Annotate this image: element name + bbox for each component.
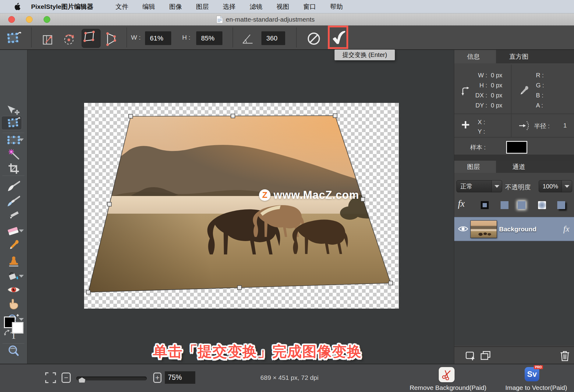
crop-tool-icon[interactable] <box>8 163 19 174</box>
layers-button-row <box>454 346 574 364</box>
opacity-dropdown-button[interactable] <box>562 180 572 192</box>
remove-background-icon[interactable] <box>439 367 455 382</box>
image-to-vector-icon[interactable]: Sv PRO <box>525 367 539 381</box>
brush-tool-icon[interactable] <box>7 196 20 207</box>
skew-tool-selected[interactable] <box>82 29 101 48</box>
info-y-label: Y : <box>478 128 485 135</box>
menu-view[interactable]: 视图 <box>276 2 289 11</box>
tab-info-label[interactable]: 信息 <box>467 52 480 61</box>
info-g-label: G : <box>536 82 544 89</box>
new-layer-icon[interactable] <box>465 351 475 361</box>
maximize-button[interactable] <box>44 16 50 23</box>
apple-logo-icon[interactable] <box>14 3 21 11</box>
pixelstyle-app: { "menu_bar": { "app_name": "PixelStyle图… <box>0 0 574 392</box>
distort-tool-icon[interactable] <box>105 31 117 47</box>
close-button[interactable] <box>8 16 15 23</box>
eraser-tool-icon[interactable] <box>7 226 20 236</box>
blend-mode-dropdown[interactable]: 正常 <box>456 180 502 192</box>
sample-label: 样本 : <box>470 143 486 152</box>
bucket-dropdown-arrow[interactable] <box>19 275 24 278</box>
magic-wand-tool-icon[interactable] <box>8 149 20 160</box>
width-label: W : <box>131 34 141 41</box>
opacity-dropdown[interactable]: 100% <box>539 180 572 192</box>
eyedropper-tool-icon[interactable] <box>8 240 19 251</box>
menu-filter[interactable]: 滤镜 <box>250 2 262 11</box>
menu-layer[interactable]: 图层 <box>196 2 209 11</box>
chevron-down-icon <box>565 185 569 188</box>
right-panel: 信息 直方图 W :0 px H :0 px DX :0 px DY :0 px… <box>454 50 574 364</box>
watermark: Z www.MacZ.com <box>259 189 359 201</box>
angle-icon <box>242 32 254 45</box>
clone-stamp-tool-icon[interactable] <box>8 256 19 267</box>
menu-file[interactable]: 文件 <box>115 2 128 11</box>
magnifier-tool-icon[interactable] <box>8 345 20 357</box>
style-flat-button[interactable] <box>501 201 508 209</box>
watermark-z-badge: Z <box>259 189 271 201</box>
menu-image[interactable]: 图像 <box>169 2 182 11</box>
window-title: en-matte-standard-adjustments <box>226 16 315 23</box>
info-x-label: X : <box>478 119 485 126</box>
scale-tool-icon[interactable] <box>43 35 53 45</box>
watermark-text: www.MacZ.com <box>274 189 359 201</box>
zoom-in-button[interactable]: + <box>153 373 161 383</box>
style-outer-glow-button[interactable] <box>518 201 526 209</box>
tooltip: 提交变换 (Enter) <box>335 50 395 60</box>
zoom-out-button[interactable]: − <box>62 373 71 383</box>
info-tabbar: 信息 直方图 <box>454 50 574 63</box>
tab-channels[interactable]: 通道 <box>512 163 525 171</box>
info-a-label: A : <box>536 102 543 109</box>
tab-layers-label[interactable]: 图层 <box>467 163 480 171</box>
menu-edit[interactable]: 编辑 <box>142 2 155 11</box>
menu-bar: PixelStyle图片编辑器 文件 编辑 图像 图层 选择 滤镜 视图 窗口 … <box>0 0 574 13</box>
style-stroke-button[interactable] <box>481 201 489 209</box>
trash-icon[interactable] <box>560 350 569 361</box>
zoom-level-field[interactable]: 75% <box>165 371 195 384</box>
layer-thumbnail[interactable] <box>470 220 497 238</box>
layers-tabbar: 图层 通道 <box>454 161 574 173</box>
menu-window[interactable]: 窗口 <box>303 2 316 11</box>
cancel-transform-button[interactable] <box>307 32 321 45</box>
style-inner-glow-button[interactable] <box>538 201 546 209</box>
document-info: 689 × 451 px, 72 dpi <box>244 374 335 381</box>
width-input[interactable]: 61% <box>145 31 171 45</box>
style-drop-shadow-button[interactable] <box>557 201 565 209</box>
paintbrush-tool-icon[interactable] <box>7 181 20 192</box>
minimize-button[interactable] <box>26 16 33 23</box>
fit-screen-icon[interactable] <box>45 372 56 383</box>
info-row-dx: DX :0 px <box>454 92 511 99</box>
angle-input[interactable]: 360 <box>261 31 285 45</box>
info-row-dy: DY :0 px <box>454 102 511 109</box>
annotation-text: 单击「提交变换」完成图像变换 <box>153 342 362 361</box>
zoom-dropdown-arrow[interactable] <box>19 318 24 321</box>
transform-tool-icon[interactable] <box>7 31 21 45</box>
radius-value: 1 <box>563 122 567 129</box>
radius-label: 半径 : <box>534 122 550 130</box>
pencil-tool-icon[interactable] <box>8 210 20 220</box>
smudge-tool-icon[interactable] <box>8 299 19 310</box>
radius-icon <box>519 121 529 131</box>
height-input[interactable]: 85% <box>196 31 222 45</box>
fx-label: fx <box>458 198 465 209</box>
visibility-eye-icon[interactable] <box>458 225 468 233</box>
blend-dropdown-button[interactable] <box>491 180 502 192</box>
info-row-h: H :0 px <box>454 82 511 89</box>
red-eye-tool-icon[interactable] <box>7 285 20 294</box>
rotate-tool-icon[interactable] <box>63 33 76 46</box>
paint-bucket-tool-icon[interactable] <box>7 271 20 282</box>
zoom-slider[interactable] <box>76 376 147 380</box>
remove-background-button[interactable]: Remove Background(Paid) <box>402 384 494 391</box>
duplicate-layer-icon[interactable] <box>480 351 491 361</box>
eraser-dropdown-arrow[interactable] <box>19 229 24 232</box>
menu-app-name[interactable]: PixelStyle图片编辑器 <box>31 2 93 11</box>
layer-fx-badge[interactable]: fx <box>563 224 569 234</box>
layer-row-background[interactable]: Background fx <box>454 217 574 241</box>
image-to-vector-button[interactable]: Image to Vector(Paid) <box>501 384 571 391</box>
marquee-dropdown-arrow[interactable] <box>19 138 24 141</box>
menu-select[interactable]: 选择 <box>223 2 236 11</box>
move-tool-icon[interactable] <box>7 105 20 115</box>
menu-help[interactable]: 帮助 <box>330 2 343 11</box>
background-color-swatch[interactable] <box>12 322 23 334</box>
free-transform-tool-icon[interactable] <box>7 117 20 129</box>
tab-histogram[interactable]: 直方图 <box>509 52 529 61</box>
swap-colors-icon[interactable] <box>4 329 10 336</box>
